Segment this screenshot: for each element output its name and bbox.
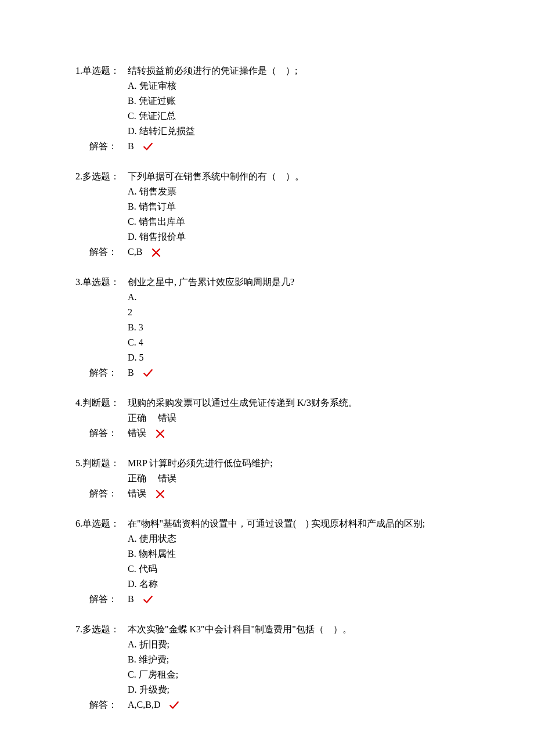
answer-value: B xyxy=(128,592,134,606)
option-item: C. 4 xyxy=(128,336,459,350)
option-item: C. 代码 xyxy=(128,562,459,576)
true-false-options: 正确错误 xyxy=(128,471,459,485)
answer-row: 解答：错误 xyxy=(75,487,459,501)
question-header: 5.判断题：MRP 计算时必须先进行低位码维护; xyxy=(75,456,459,470)
answer-value: C,B xyxy=(128,245,142,259)
option-item: D. 5 xyxy=(128,351,459,365)
question-block: 4.判断题：现购的采购发票可以通过生成凭证传递到 K/3财务系统。正确错误解答：… xyxy=(75,396,459,440)
answer-label: 解答： xyxy=(75,139,128,153)
answer-label: 解答： xyxy=(75,592,128,606)
question-header: 6.单选题：在"物料"基础资料的设置中，可通过设置( ) 实现原材料和产成品的区… xyxy=(75,517,459,531)
question-number: 1.单选题： xyxy=(75,64,128,78)
question-block: 2.多选题：下列单据可在销售系统中制作的有（ ）。A. 销售发票B. 销售订单C… xyxy=(75,170,459,259)
cross-icon xyxy=(154,429,166,439)
answer-mark xyxy=(142,592,154,606)
answer-mark xyxy=(154,487,166,501)
tf-wrong-label: 错误 xyxy=(158,473,176,483)
question-number: 7.多选题： xyxy=(75,622,128,636)
question-block: 3.单选题：创业之星中, 广告累计效应影响周期是几?A.2B. 3C. 4D. … xyxy=(75,275,459,380)
question-number: 6.单选题： xyxy=(75,517,128,531)
quiz-container: 1.单选题：结转损益前必须进行的凭证操作是（ ）;A. 凭证审核B. 凭证过账C… xyxy=(75,64,459,712)
option-item: C. 厂房租金; xyxy=(128,668,459,682)
question-number: 5.判断题： xyxy=(75,456,128,470)
question-text: 本次实验"金蝶 K3"中会计科目"制造费用"包括（ ）。 xyxy=(128,622,459,636)
option-item: B. 物料属性 xyxy=(128,547,459,561)
answer-value: B xyxy=(128,139,134,153)
options-list: A. 折旧费;B. 维护费;C. 厂房租金;D. 升级费; xyxy=(128,638,459,697)
question-text: 下列单据可在销售系统中制作的有（ ）。 xyxy=(128,170,459,183)
question-number: 2.多选题： xyxy=(75,170,128,183)
answer-mark xyxy=(168,698,180,712)
question-header: 7.多选题：本次实验"金蝶 K3"中会计科目"制造费用"包括（ ）。 xyxy=(75,622,459,636)
option-item: D. 销售报价单 xyxy=(128,230,459,244)
question-header: 1.单选题：结转损益前必须进行的凭证操作是（ ）; xyxy=(75,64,459,78)
tf-correct-label: 正确 xyxy=(128,473,146,483)
answer-label: 解答： xyxy=(75,426,128,440)
answer-label: 解答： xyxy=(75,245,128,259)
question-header: 4.判断题：现购的采购发票可以通过生成凭证传递到 K/3财务系统。 xyxy=(75,396,459,410)
question-text: 现购的采购发票可以通过生成凭证传递到 K/3财务系统。 xyxy=(128,396,459,410)
question-text: 在"物料"基础资料的设置中，可通过设置( ) 实现原材料和产成品的区别; xyxy=(128,517,459,531)
question-text: MRP 计算时必须先进行低位码维护; xyxy=(128,456,459,470)
option-item: C. 凭证汇总 xyxy=(128,109,459,123)
option-item: B. 维护费; xyxy=(128,653,459,667)
answer-label: 解答： xyxy=(75,487,128,501)
question-text: 创业之星中, 广告累计效应影响周期是几? xyxy=(128,275,459,289)
option-item: 2 xyxy=(128,305,459,319)
check-icon xyxy=(142,595,154,605)
option-item: A. xyxy=(128,290,459,304)
answer-mark xyxy=(154,426,166,440)
answer-row: 解答：B xyxy=(75,139,459,153)
answer-label: 解答： xyxy=(75,698,128,712)
answer-value: 错误 xyxy=(128,487,146,501)
question-text: 结转损益前必须进行的凭证操作是（ ）; xyxy=(128,64,459,78)
option-item: D. 升级费; xyxy=(128,683,459,697)
answer-value: A,C,B,D xyxy=(128,698,160,712)
cross-icon xyxy=(154,489,166,499)
options-list: A.2B. 3C. 4D. 5 xyxy=(128,290,459,365)
option-item: D. 结转汇兑损益 xyxy=(128,124,459,138)
answer-row: 解答：B xyxy=(75,366,459,380)
check-icon xyxy=(142,368,154,379)
tf-correct-label: 正确 xyxy=(128,413,146,423)
answer-mark xyxy=(142,366,154,380)
question-header: 2.多选题：下列单据可在销售系统中制作的有（ ）。 xyxy=(75,170,459,183)
answer-label: 解答： xyxy=(75,366,128,380)
options-list: A. 凭证审核B. 凭证过账C. 凭证汇总D. 结转汇兑损益 xyxy=(128,79,459,138)
question-block: 5.判断题：MRP 计算时必须先进行低位码维护;正确错误解答：错误 xyxy=(75,456,459,501)
option-item: B. 凭证过账 xyxy=(128,94,459,108)
option-item: A. 折旧费; xyxy=(128,638,459,651)
question-number: 3.单选题： xyxy=(75,275,128,289)
cross-icon xyxy=(150,247,162,258)
options-list: A. 销售发票B. 销售订单C. 销售出库单D. 销售报价单 xyxy=(128,185,459,244)
answer-row: 解答：B xyxy=(75,592,459,606)
question-header: 3.单选题：创业之星中, 广告累计效应影响周期是几? xyxy=(75,275,459,289)
answer-row: 解答：A,C,B,D xyxy=(75,698,459,712)
answer-mark xyxy=(150,245,162,259)
answer-value: 错误 xyxy=(128,426,146,440)
question-block: 1.单选题：结转损益前必须进行的凭证操作是（ ）;A. 凭证审核B. 凭证过账C… xyxy=(75,64,459,153)
question-number: 4.判断题： xyxy=(75,396,128,410)
check-icon xyxy=(168,700,180,711)
options-list: A. 使用状态B. 物料属性C. 代码D. 名称 xyxy=(128,532,459,591)
answer-row: 解答：C,B xyxy=(75,245,459,259)
option-item: A. 凭证审核 xyxy=(128,79,459,93)
true-false-options: 正确错误 xyxy=(128,411,459,425)
answer-value: B xyxy=(128,366,134,380)
option-item: B. 3 xyxy=(128,321,459,334)
answer-mark xyxy=(142,139,154,153)
option-item: D. 名称 xyxy=(128,577,459,591)
question-block: 6.单选题：在"物料"基础资料的设置中，可通过设置( ) 实现原材料和产成品的区… xyxy=(75,517,459,606)
answer-row: 解答：错误 xyxy=(75,426,459,440)
tf-wrong-label: 错误 xyxy=(158,413,176,423)
check-icon xyxy=(142,142,154,152)
option-item: A. 销售发票 xyxy=(128,185,459,199)
question-block: 7.多选题：本次实验"金蝶 K3"中会计科目"制造费用"包括（ ）。A. 折旧费… xyxy=(75,622,459,712)
option-item: B. 销售订单 xyxy=(128,200,459,214)
option-item: C. 销售出库单 xyxy=(128,215,459,229)
option-item: A. 使用状态 xyxy=(128,532,459,546)
